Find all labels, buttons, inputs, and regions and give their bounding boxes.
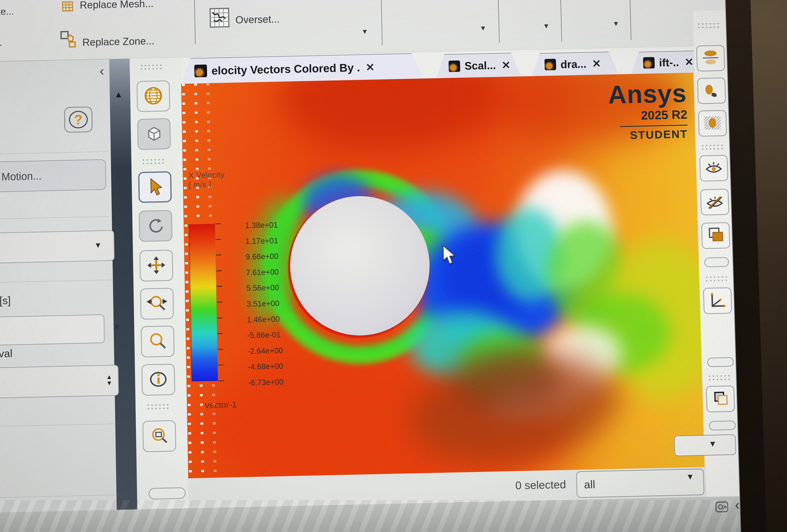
ansys-version: 2025 R2 [589,107,687,124]
filter-value: all [584,478,595,491]
toolbar-drag-handle[interactable] [701,144,724,151]
watermark-divider [620,125,687,127]
compare-views-button[interactable] [706,385,735,412]
plot-axes-button[interactable] [703,287,732,314]
mesh-display-button[interactable] [136,80,170,112]
spin-up-icon[interactable]: ▲ [106,374,112,380]
toolbar-drag-handle[interactable] [697,22,720,29]
pip-window-button[interactable] [714,499,731,515]
probe-info-button[interactable] [142,364,175,396]
tab-close-icon[interactable]: ✕ [684,56,694,68]
pan-tool-button[interactable] [140,250,173,281]
toolbar-collapse-pill[interactable] [709,421,736,430]
appearance-mirror-button[interactable] [696,45,725,71]
interval-stepper[interactable]: ▲ ▼ [0,365,119,399]
zoom-area-icon [149,425,170,447]
tab-thumbnail-icon [643,57,655,69]
view-cube-button[interactable] [137,118,171,150]
mesh-motion-button[interactable]: sh Motion... [0,159,106,193]
interval-label: erval [0,347,13,360]
display-filter-dropdown[interactable]: all ▼ [576,469,704,498]
show-surfaces-button[interactable] [699,155,728,182]
ribbon-group-dropdown-icon[interactable]: ▼ [612,20,620,28]
vector-annotation: vector-1 [205,399,237,410]
hatch-ellipse-icon [702,113,723,134]
shadow-ellipse-icon [702,80,722,101]
toolbar-collapse-pill[interactable] [707,357,734,367]
spin-down-icon[interactable]: ▼ [106,380,112,386]
zoom-in-out-icon [146,293,168,315]
legend-values: 1.38e+01 1.17e+01 9.66e+00 7.61e+00 5.56… [245,217,284,390]
tab-thumbnail-icon [194,64,207,77]
rotate-icon [145,215,166,237]
selected-count-label: 0 selected [515,478,566,492]
ribbon-group-dropdown-icon[interactable]: ▼ [480,24,487,32]
axes-icon [707,290,728,311]
time-label: e [s] [0,294,11,307]
overlap-squares-icon [710,388,730,410]
toolbar-drag-handle[interactable] [142,158,165,165]
scroll-up-icon[interactable]: ▲ [114,89,123,100]
view-toolbar-left [129,57,189,509]
ribbon-separator [194,0,195,44]
time-dropdown-arrow-icon[interactable]: ▼ [113,323,121,332]
tab-close-icon[interactable]: ✕ [592,57,601,70]
zone-select-dropdown[interactable]: ▼ [0,230,114,264]
mirror-ellipses-icon [701,48,721,69]
ribbon-item-activate[interactable]: ivate... [0,5,14,17]
mouse-cursor-icon [442,245,458,267]
lighting-shadow-button[interactable] [697,78,726,104]
toolbar-drag-handle[interactable] [707,374,731,382]
tab-label: ift-.. [659,56,679,69]
ribbon-item-replace[interactable]: te... [0,37,2,48]
time-input[interactable] [0,314,105,346]
toolbar-drag-handle[interactable] [140,64,163,71]
magnifier-icon [147,330,168,353]
right-dropdown[interactable]: ▼ [674,434,736,456]
tab-label: elocity Vectors Colored By . [211,61,360,77]
zoom-tool-button[interactable] [141,325,175,357]
cfd-vector-plot[interactable]: X Velocity [ m/s ] 1.38e+01 1.17e+01 9.6… [181,72,705,478]
zoom-in-out-button[interactable] [140,288,174,320]
toolbar-collapse-pill[interactable] [148,487,186,499]
tab-label: dra... [560,58,587,70]
tab-close-icon[interactable]: ✕ [502,59,511,71]
ribbon-group-dropdown-icon[interactable]: ▼ [361,27,368,36]
toolbar-drag-handle[interactable] [705,275,728,282]
replace-zone-button[interactable]: Replace Zone... [82,35,154,48]
hide-surfaces-button[interactable] [700,189,729,216]
help-button[interactable]: ? [64,107,93,133]
cube-icon [143,123,165,145]
pointer-icon [144,176,166,198]
info-icon [147,368,169,391]
rotate-view-button[interactable] [139,210,173,242]
tab-thumbnail-icon [449,60,460,72]
overset-button[interactable]: Overset... [235,13,280,26]
copy-view-button[interactable] [701,222,730,249]
task-page-panel: ‹ ▲ ? sh Motion... ▼ e [s] ▼ erval ▲ ▼ [0,58,137,517]
toolbar-collapse-pill[interactable] [704,257,729,268]
tab-drag[interactable]: dra... ✕ [531,51,619,76]
copy-icon [706,225,726,246]
pointer-tool-button[interactable] [138,171,172,203]
replace-zone-icon [60,30,80,51]
ribbon-group-dropdown-icon[interactable]: ▼ [543,22,550,30]
status-collapse-icon[interactable]: ‹ [735,496,740,513]
transparency-button[interactable] [698,110,727,137]
ansys-watermark: Ansys 2025 R2 STUDENT [589,81,688,142]
flow-darkred-top [278,72,505,153]
eye-off-icon [705,192,725,213]
panel-collapse-icon[interactable]: ‹ [100,63,104,79]
dropdown-arrow-icon: ▼ [94,241,102,250]
zoom-to-area-button[interactable] [143,420,176,452]
legend-colorbar [189,224,218,381]
tab-label: Scal... [464,59,496,72]
toolbar-drag-handle[interactable] [146,403,169,410]
ansys-logo: Ansys [589,81,687,108]
replace-mesh-button[interactable]: Replace Mesh... [80,0,153,11]
tab-close-icon[interactable]: ✕ [366,61,375,73]
tab-scalar[interactable]: Scal... ✕ [436,53,521,78]
mesh-sphere-icon [142,84,165,108]
application-window: ivate... te... Replace Mesh... Replace Z… [0,0,766,532]
pan-icon [146,254,167,277]
